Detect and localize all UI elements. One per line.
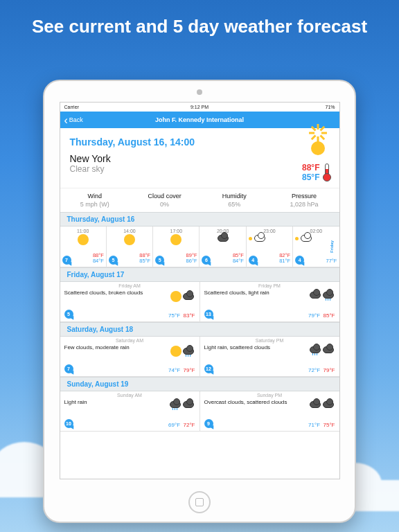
current-panel: Thursday, August 16, 14:00 New York Clea… xyxy=(60,128,339,188)
forecast-halfday[interactable]: Friday PMScattered clouds, light rain137… xyxy=(200,282,339,322)
halfday-label: Friday PM xyxy=(204,283,335,288)
beaufort-badge: 9 xyxy=(204,419,213,428)
halfday-temps: 69°F 72°F xyxy=(168,422,195,428)
halfday-temps: 74°F 79°F xyxy=(168,367,195,373)
slot-time: 14:00 xyxy=(109,229,150,233)
halfday-icons xyxy=(310,346,334,353)
beaufort-badge: 5 xyxy=(109,256,118,265)
current-right: 88°F 85°F xyxy=(302,136,329,182)
forecast-halfday[interactable]: Sunday AMLight rain1069°F 72°F xyxy=(60,391,200,432)
forecast-halfday[interactable]: Saturday AMFew clouds, moderate rain774°… xyxy=(60,337,200,377)
halfday-temps: 72°F 79°F xyxy=(308,367,335,373)
weather-icon xyxy=(155,235,197,246)
current-condition: Clear sky xyxy=(70,164,303,174)
beaufort-badge: 6 xyxy=(202,256,211,265)
current-city: New York xyxy=(70,153,303,164)
status-time: 9:12 PM xyxy=(60,105,339,109)
weather-icon xyxy=(249,235,290,242)
weather-icon xyxy=(62,235,104,246)
slot-temps: 88°F84°F xyxy=(93,253,104,265)
halfday-label: Saturday AM xyxy=(64,338,195,343)
promo-headline: See current and 5 day weather forecast xyxy=(0,0,399,46)
metrics-row: Wind 5 mph (W) Cloud cover 0% Humidity 6… xyxy=(60,188,339,212)
hourly-slot[interactable]: 23:00482°F81°F xyxy=(247,227,293,267)
slot-temps: 85°F84°F xyxy=(233,253,244,265)
forecast-halfday[interactable]: Saturday PMLight rain, scattered clouds1… xyxy=(200,337,339,377)
hourly-slot[interactable]: 17:00589°F86°F xyxy=(153,227,200,267)
hourly-header: Thursday, August 16 xyxy=(60,212,339,227)
halfday-icons xyxy=(171,292,194,301)
slot-temps: 77°F xyxy=(326,258,337,265)
halfday-label: Sunday PM xyxy=(204,393,335,398)
sun-icon xyxy=(306,136,330,160)
metric-humidity: Humidity 65% xyxy=(200,188,269,212)
slot-time: 23:00 xyxy=(249,229,290,233)
beaufort-badge: 4 xyxy=(249,256,258,265)
weather-icon xyxy=(202,235,243,243)
slot-temps: 89°F86°F xyxy=(186,253,197,265)
halfday-label: Saturday PM xyxy=(204,338,335,343)
metric-pressure: Pressure 1,028 hPa xyxy=(269,188,339,212)
slot-temps: 88°F85°F xyxy=(139,253,150,265)
current-text: Thursday, August 16, 14:00 New York Clea… xyxy=(70,136,303,182)
nav-bar: Back John F. Kennedy International xyxy=(60,112,339,128)
temp-high: 88°F xyxy=(302,163,319,172)
hourly-row[interactable]: 11:00788°F84°F14:00588°F85°F17:00589°F86… xyxy=(60,227,339,267)
metric-wind: Wind 5 mph (W) xyxy=(60,188,130,212)
day-header: Friday, August 17 xyxy=(60,267,339,282)
metric-cloud: Cloud cover 0% xyxy=(130,188,200,212)
halfday-icons xyxy=(171,346,194,356)
halfday-icons xyxy=(310,292,334,299)
hourly-slot[interactable]: 11:00788°F84°F xyxy=(60,227,107,267)
slot-time: 02:00 xyxy=(295,229,337,233)
halfday-temps: 79°F 85°F xyxy=(308,312,335,319)
current-temps: 88°F 85°F xyxy=(302,163,329,182)
app-screen: Carrier 9:12 PM 71% Back John F. Kennedy… xyxy=(60,102,340,479)
halfday-label: Friday AM xyxy=(64,283,195,288)
current-date: Thursday, August 16, 14:00 xyxy=(70,136,303,148)
beaufort-badge: 5 xyxy=(64,310,73,319)
halfday-label: Sunday AM xyxy=(64,393,195,398)
slot-time: 11:00 xyxy=(62,229,104,233)
hourly-slot[interactable]: 20:00685°F84°F xyxy=(200,227,246,267)
status-bar: Carrier 9:12 PM 71% xyxy=(60,103,339,112)
halfday-icons xyxy=(310,401,334,408)
home-button[interactable] xyxy=(188,491,211,513)
forecast-halfday[interactable]: Sunday PMOvercast clouds, scattered clou… xyxy=(200,391,339,432)
temp-low: 85°F xyxy=(302,172,319,182)
beaufort-badge: 7 xyxy=(62,256,71,265)
halfday-temps: 71°F 75°F xyxy=(308,422,335,428)
back-button[interactable]: Back xyxy=(64,116,83,123)
slot-temps: 82°F81°F xyxy=(279,253,290,265)
day-header: Sunday, August 19 xyxy=(60,377,339,391)
beaufort-badge: 10 xyxy=(64,419,73,428)
thermometer-icon xyxy=(323,163,330,181)
halfday-temps: 75°F 83°F xyxy=(168,312,195,319)
slot-time: 17:00 xyxy=(155,229,197,233)
halfday-icons xyxy=(170,401,194,408)
beaufort-badge: 13 xyxy=(204,310,213,319)
hourly-slot[interactable]: 14:00588°F85°F xyxy=(107,227,153,267)
forecast-halfday[interactable]: Friday AMScattered clouds, broken clouds… xyxy=(60,282,200,322)
day-divider-label: Friday xyxy=(330,240,334,253)
beaufort-badge: 12 xyxy=(204,364,213,373)
hourly-slot[interactable]: 02:00Friday477°F xyxy=(293,227,339,267)
day-header: Saturday, August 18 xyxy=(60,322,339,337)
nav-title: John F. Kennedy International xyxy=(155,116,244,123)
beaufort-badge: 7 xyxy=(64,364,73,373)
beaufort-badge: 5 xyxy=(155,256,164,265)
beaufort-badge: 4 xyxy=(295,256,304,265)
weather-icon xyxy=(109,235,150,246)
ipad-frame: Carrier 9:12 PM 71% Back John F. Kennedy… xyxy=(43,80,356,523)
ipad-camera xyxy=(197,89,202,95)
